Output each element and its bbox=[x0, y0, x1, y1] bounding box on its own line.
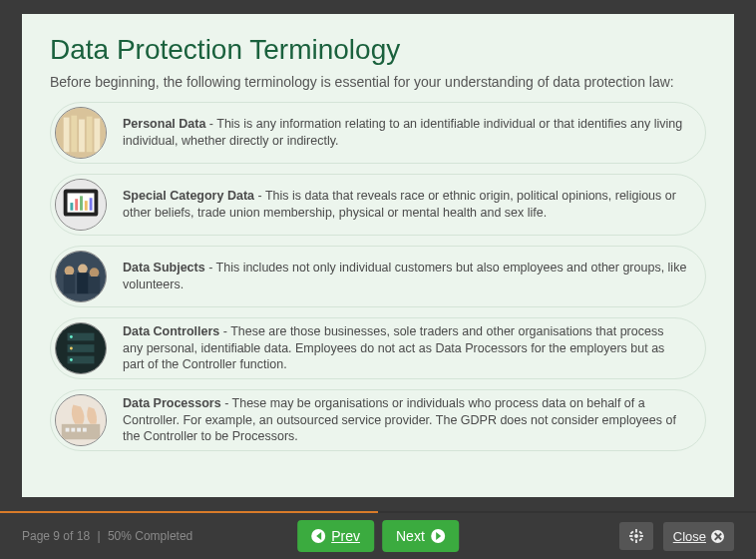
svg-point-25 bbox=[70, 335, 73, 338]
files-icon bbox=[55, 107, 107, 159]
svg-rect-11 bbox=[80, 196, 83, 210]
svg-rect-42 bbox=[638, 531, 642, 535]
svg-rect-10 bbox=[75, 199, 78, 211]
nav-buttons: Prev Next bbox=[297, 520, 459, 552]
term-row-data-processors: Data Processors - These may be organisat… bbox=[50, 389, 706, 451]
footer-bar: Page 9 of 18 | 50% Completed Prev Next C… bbox=[0, 513, 756, 559]
chevron-left-icon bbox=[311, 529, 325, 543]
term-text: Data Processors - These may be organisat… bbox=[123, 395, 687, 446]
term-list: Personal Data - This is any information … bbox=[50, 102, 706, 451]
term-name: Data Processors bbox=[123, 396, 221, 410]
content-area: Data Protection Terminology Before begin… bbox=[0, 0, 756, 511]
svg-rect-3 bbox=[79, 120, 85, 153]
status-separator: | bbox=[97, 529, 100, 543]
svg-rect-41 bbox=[630, 538, 634, 542]
term-row-special-category: Special Category Data - This is data tha… bbox=[50, 174, 706, 236]
term-text: Special Category Data - This is data tha… bbox=[123, 188, 687, 222]
next-button[interactable]: Next bbox=[382, 520, 459, 552]
svg-rect-32 bbox=[77, 428, 81, 432]
svg-rect-36 bbox=[635, 540, 637, 544]
gear-icon bbox=[629, 529, 643, 543]
close-icon bbox=[711, 530, 724, 543]
right-controls: Close bbox=[619, 522, 734, 551]
term-row-data-subjects: Data Subjects - This includes not only i… bbox=[50, 246, 706, 307]
term-name: Data Controllers bbox=[123, 324, 219, 338]
svg-point-15 bbox=[65, 266, 75, 276]
svg-rect-38 bbox=[639, 535, 643, 537]
svg-rect-20 bbox=[89, 277, 101, 293]
svg-rect-5 bbox=[94, 119, 100, 153]
term-row-data-controllers: Data Controllers - These are those busin… bbox=[50, 317, 706, 379]
svg-point-16 bbox=[78, 265, 88, 275]
progress-indicator: 50% Completed bbox=[108, 529, 192, 543]
svg-point-34 bbox=[634, 534, 638, 538]
svg-rect-18 bbox=[64, 275, 76, 293]
page-status: Page 9 of 18 | 50% Completed bbox=[22, 529, 192, 543]
term-text: Data Controllers - These are those busin… bbox=[123, 323, 687, 374]
svg-rect-35 bbox=[635, 529, 637, 533]
term-row-personal-data: Personal Data - This is any information … bbox=[50, 102, 706, 164]
svg-point-26 bbox=[70, 347, 73, 350]
page-indicator: Page 9 of 18 bbox=[22, 529, 90, 543]
term-name: Data Subjects bbox=[123, 261, 205, 275]
crowd-icon bbox=[55, 251, 107, 302]
svg-rect-39 bbox=[630, 531, 634, 535]
svg-point-17 bbox=[90, 268, 100, 278]
intro-text: Before beginning, the following terminol… bbox=[50, 74, 706, 90]
svg-rect-1 bbox=[64, 118, 70, 153]
svg-rect-37 bbox=[629, 535, 633, 537]
settings-button[interactable] bbox=[619, 522, 653, 550]
svg-rect-4 bbox=[87, 117, 93, 153]
term-text: Data Subjects - This includes not only i… bbox=[123, 260, 687, 293]
next-label: Next bbox=[396, 528, 425, 544]
page-card: Data Protection Terminology Before begin… bbox=[22, 14, 734, 497]
svg-rect-33 bbox=[83, 428, 87, 432]
term-name: Personal Data bbox=[123, 117, 205, 131]
prev-button[interactable]: Prev bbox=[297, 520, 374, 552]
prev-label: Prev bbox=[331, 528, 360, 544]
tablet-chart-icon bbox=[55, 179, 107, 231]
server-icon bbox=[55, 322, 107, 374]
svg-rect-12 bbox=[85, 201, 88, 211]
term-desc: - This includes not only individual cust… bbox=[123, 261, 686, 291]
svg-rect-30 bbox=[66, 428, 70, 432]
svg-rect-31 bbox=[71, 428, 75, 432]
term-desc: - This is any information relating to an… bbox=[123, 117, 682, 148]
page-title: Data Protection Terminology bbox=[50, 34, 706, 66]
chevron-right-icon bbox=[431, 529, 445, 543]
svg-rect-9 bbox=[70, 203, 73, 211]
term-text: Personal Data - This is any information … bbox=[123, 116, 687, 150]
typing-icon bbox=[55, 394, 107, 446]
close-label: Close bbox=[673, 529, 706, 544]
svg-rect-19 bbox=[77, 273, 89, 293]
svg-rect-13 bbox=[90, 198, 93, 211]
term-name: Special Category Data bbox=[123, 189, 254, 203]
svg-point-27 bbox=[70, 358, 73, 361]
svg-rect-2 bbox=[71, 116, 77, 153]
close-button[interactable]: Close bbox=[663, 522, 734, 551]
svg-rect-40 bbox=[638, 538, 642, 542]
